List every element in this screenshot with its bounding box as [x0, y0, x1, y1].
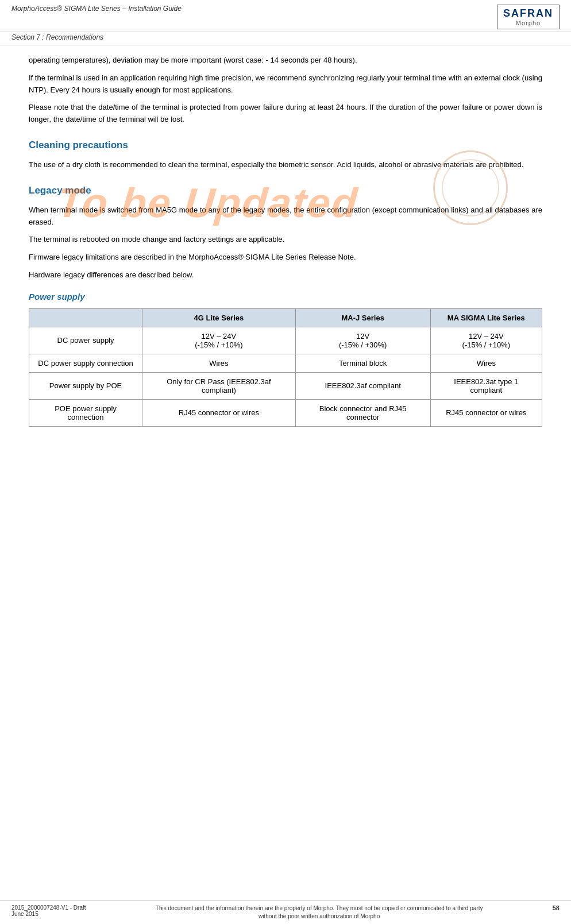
row-label-1: DC power supply [29, 327, 142, 354]
stamp-inner [442, 159, 499, 216]
power-supply-table: 4G Lite Series MA-J Series MA SIGMA Lite… [29, 308, 542, 427]
row-4-col3: RJ45 connector or wires [430, 399, 542, 426]
para2: If the terminal is used in an applicatio… [29, 72, 542, 96]
page-number: 58 [553, 904, 560, 911]
footer-legal: This document and the information therei… [147, 904, 492, 921]
row-4-col2: Block connector and RJ45 connector [295, 399, 430, 426]
row-label-2: DC power supply connection [29, 354, 142, 372]
legacy-para4: Hardware legacy differences are describe… [29, 269, 542, 281]
row-2-col1: Wires [142, 354, 296, 372]
logo-box: SAFRAN Morpho [497, 5, 560, 29]
row-1-col3: 12V – 24V(-15% / +10%) [430, 327, 542, 354]
footer-left: 2015_2000007248-V1 - Draft June 2015 [11, 904, 86, 917]
row-label-4: POE power supply connection [29, 399, 142, 426]
logo-safran: SAFRAN [503, 7, 553, 20]
header-left: MorphoAccess® SIGMA Lite Series – Instal… [11, 5, 182, 13]
page-wrapper: MorphoAccess® SIGMA Lite Series – Instal… [0, 0, 571, 924]
legacy-para3: Firmware legacy limitations are describe… [29, 252, 542, 264]
table-row: Power supply by POE Only for CR Pass (IE… [29, 372, 542, 399]
header: MorphoAccess® SIGMA Lite Series – Instal… [0, 0, 571, 32]
row-3-col3: IEEE802.3at type 1 compliant [430, 372, 542, 399]
row-2-col2: Terminal block [295, 354, 430, 372]
doc-title: MorphoAccess® SIGMA Lite Series – Instal… [11, 5, 182, 13]
logo-morpho: Morpho [516, 20, 541, 26]
row-3-col1: Only for CR Pass (IEEE802.3af compliant) [142, 372, 296, 399]
stamp-circle [433, 150, 508, 225]
table-row: POE power supply connection RJ45 connect… [29, 399, 542, 426]
cleaning-title: Cleaning precautions [29, 140, 542, 151]
footer-date: June 2015 [11, 911, 86, 917]
footer: 2015_2000007248-V1 - Draft June 2015 Thi… [0, 900, 571, 924]
power-title: Power supply [29, 292, 542, 301]
table-col-header-2: MA-J Series [295, 308, 430, 327]
table-col-header-1: 4G Lite Series [142, 308, 296, 327]
legacy-section: Legacy mode When terminal mode is switch… [29, 185, 542, 281]
content-area: operating temperatures), deviation may b… [0, 45, 571, 436]
row-4-col1: RJ45 connector or wires [142, 399, 296, 426]
row-1-col1: 12V – 24V(-15% / +10%) [142, 327, 296, 354]
table-col-header-3: MA SIGMA Lite Series [430, 308, 542, 327]
para3: Please note that the date/time of the te… [29, 102, 542, 126]
row-label-3: Power supply by POE [29, 372, 142, 399]
legacy-para2: The terminal is rebooted on mode change … [29, 234, 542, 246]
para1: operating temperatures), deviation may b… [29, 55, 542, 67]
table-row: DC power supply 12V – 24V(-15% / +10%) 1… [29, 327, 542, 354]
table-row: DC power supply connection Wires Termina… [29, 354, 542, 372]
row-1-col2: 12V(-15% / +30%) [295, 327, 430, 354]
row-3-col2: IEEE802.3af compliant [295, 372, 430, 399]
header-right: SAFRAN Morpho [497, 5, 560, 29]
section-label: Section 7 : Recommendations [0, 32, 571, 45]
doc-id: 2015_2000007248-V1 - Draft [11, 904, 86, 911]
row-2-col3: Wires [430, 354, 542, 372]
table-empty-header [29, 308, 142, 327]
